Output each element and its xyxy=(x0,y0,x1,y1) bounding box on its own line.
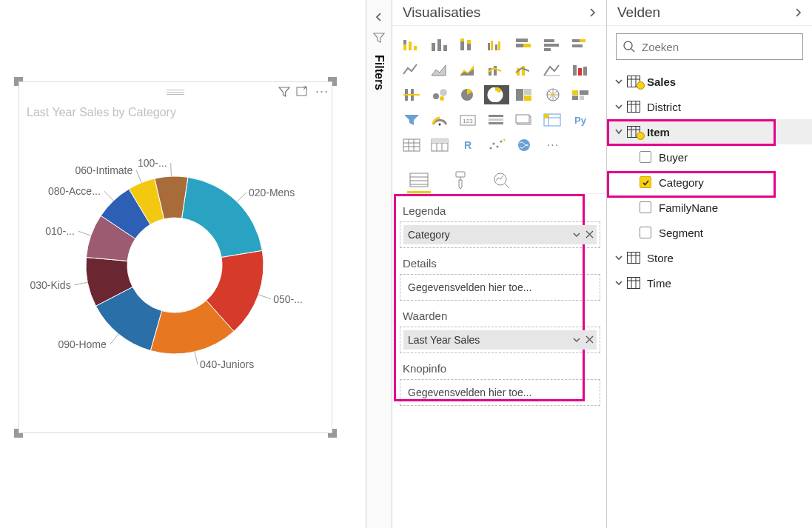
svg-rect-8 xyxy=(460,41,464,50)
slice-label: 100-... xyxy=(138,157,167,169)
drag-handle[interactable] xyxy=(167,88,184,96)
remove-chip-icon[interactable] xyxy=(585,230,594,239)
viz-matrix-icon[interactable] xyxy=(428,136,453,155)
legend-chip-text[interactable]: Category xyxy=(408,229,450,241)
viz-stacked-area-icon[interactable] xyxy=(456,60,481,79)
field-category[interactable]: Category xyxy=(607,170,812,195)
slice-label: 040-Juniors xyxy=(200,358,254,370)
viz-stacked-bar-icon[interactable] xyxy=(400,35,425,54)
filter-icon[interactable] xyxy=(278,86,290,98)
legend-well[interactable]: Category xyxy=(400,221,600,248)
tooltip-well[interactable]: Gegevensvelden hier toe... xyxy=(400,379,600,406)
checkbox-checked[interactable] xyxy=(640,176,651,188)
viz-funnel-col-icon[interactable] xyxy=(400,85,425,104)
svg-rect-2 xyxy=(403,40,406,44)
field-familyname[interactable]: FamilyNane xyxy=(607,195,812,220)
table-sales[interactable]: Sales xyxy=(607,69,812,94)
viz-waterfall-icon[interactable] xyxy=(568,60,594,79)
checkbox[interactable] xyxy=(640,201,651,213)
visual-container[interactable]: ··· Last Year Sales by Category 020-Mens… xyxy=(19,81,332,433)
svg-rect-10 xyxy=(467,44,471,50)
viz-filled-map-icon[interactable] xyxy=(568,85,594,104)
well-tabs xyxy=(392,162,606,194)
focus-mode-icon[interactable] xyxy=(296,86,309,98)
viz-combo-icon[interactable] xyxy=(484,60,509,79)
viz-kpi-icon[interactable] xyxy=(512,110,537,130)
viz-multi-card-icon[interactable] xyxy=(484,110,509,130)
svg-rect-7 xyxy=(443,45,447,51)
viz-card-icon[interactable]: 123 xyxy=(456,110,481,130)
viz-ribbon-icon[interactable] xyxy=(540,60,566,79)
svg-rect-18 xyxy=(523,44,531,47)
viz-stacked-bar-h-icon[interactable] xyxy=(568,35,594,54)
filters-label: Filters xyxy=(372,52,386,90)
visualization-gallery: 123PyR··· xyxy=(392,26,606,162)
viz-map-icon[interactable] xyxy=(540,85,566,104)
analytics-tab[interactable] xyxy=(489,170,515,190)
viz-r-icon[interactable]: R xyxy=(456,136,481,155)
chevron-down-icon[interactable] xyxy=(572,335,581,344)
table-store[interactable]: Store xyxy=(607,245,812,270)
viz-area-icon[interactable] xyxy=(428,60,453,79)
slice-label: 010-... xyxy=(45,225,75,237)
values-well[interactable]: Last Year Sales xyxy=(400,327,600,353)
fields-tab[interactable] xyxy=(406,170,432,190)
search-input[interactable] xyxy=(642,41,796,53)
viz-clustered-column-icon[interactable] xyxy=(428,35,453,54)
expand-filters-icon[interactable] xyxy=(372,10,386,24)
table-icon xyxy=(625,277,642,289)
viz-funnel-icon[interactable] xyxy=(400,110,425,130)
svg-rect-58 xyxy=(403,139,420,151)
viz-scatter-icon[interactable] xyxy=(428,85,453,104)
filters-pane-collapsed[interactable]: Filters xyxy=(366,0,392,528)
slice-label: 090-Home xyxy=(58,338,106,350)
svg-rect-39 xyxy=(516,89,523,101)
field-buyer[interactable]: Buyer xyxy=(607,144,812,170)
viz-gauge-icon[interactable] xyxy=(428,110,453,130)
svg-point-48 xyxy=(439,124,441,126)
legend-well-label: Legenda xyxy=(400,198,600,221)
collapse-viz-icon[interactable] xyxy=(585,6,599,19)
checkbox[interactable] xyxy=(640,227,651,238)
values-chip: Last Year Sales xyxy=(403,330,597,350)
details-placeholder: Gegevensvelden hier toe... xyxy=(403,278,597,297)
viz-key-influencer-icon[interactable] xyxy=(484,136,509,155)
viz-combo-2-icon[interactable] xyxy=(512,60,537,79)
viz-stacked-column-icon[interactable] xyxy=(456,35,481,54)
viz-line-icon[interactable] xyxy=(400,60,425,79)
viz-table-icon[interactable] xyxy=(400,136,425,155)
remove-chip-icon[interactable] xyxy=(585,335,594,344)
format-tab[interactable] xyxy=(447,170,474,190)
table-item[interactable]: Item xyxy=(607,119,812,144)
viz-treemap-icon[interactable] xyxy=(512,85,537,104)
field-segment[interactable]: Segment xyxy=(607,220,812,245)
viz-python-icon[interactable]: Py xyxy=(568,110,594,130)
svg-rect-4 xyxy=(414,46,417,50)
donut-chart[interactable]: 020-Mens050-...040-Juniors090-Home030-Ki… xyxy=(19,121,332,417)
fields-search[interactable] xyxy=(616,33,803,60)
table-district[interactable]: District xyxy=(607,94,812,119)
svg-rect-19 xyxy=(544,39,554,42)
viz-slicer-icon[interactable] xyxy=(540,110,566,130)
values-chip-text[interactable]: Last Year Sales xyxy=(408,334,480,346)
viz-globe-icon[interactable] xyxy=(512,136,537,155)
viz-more-icon[interactable]: ··· xyxy=(540,136,566,155)
table-time[interactable]: Time xyxy=(607,270,812,295)
viz-clustered-bar-2-icon[interactable] xyxy=(484,35,509,54)
tooltip-well-label: Knopinfo xyxy=(400,356,600,379)
legend-chip: Category xyxy=(403,225,597,244)
svg-rect-46 xyxy=(580,90,588,95)
svg-rect-74 xyxy=(628,253,640,264)
viz-hundred-stacked-icon[interactable] xyxy=(512,35,537,54)
details-well[interactable]: Gegevensvelden hier toe... xyxy=(400,274,600,301)
more-options-icon[interactable]: ··· xyxy=(315,84,329,99)
svg-rect-21 xyxy=(544,48,551,51)
viz-bar-icon[interactable] xyxy=(540,35,566,54)
viz-pie-icon[interactable] xyxy=(456,85,481,104)
checkbox[interactable] xyxy=(640,151,651,163)
report-canvas[interactable]: ··· Last Year Sales by Category 020-Mens… xyxy=(0,0,366,528)
viz-donut-icon[interactable] xyxy=(484,85,509,104)
svg-point-70 xyxy=(624,41,632,50)
chevron-down-icon[interactable] xyxy=(572,230,581,239)
collapse-fields-icon[interactable] xyxy=(791,6,805,19)
